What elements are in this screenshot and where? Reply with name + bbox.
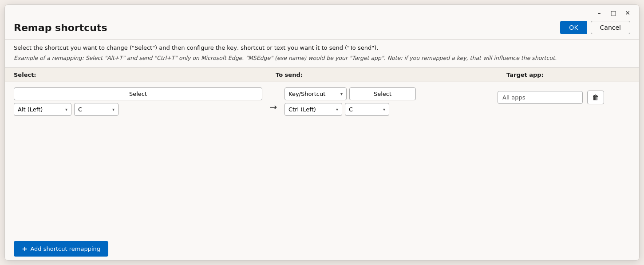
header-area: Remap shortcuts OK Cancel <box>5 21 639 40</box>
maximize-button[interactable]: □ <box>607 8 620 17</box>
window: – □ ✕ Remap shortcuts OK Cancel Select t… <box>4 4 640 261</box>
columns-header: Select: To send: Target app: <box>5 68 639 82</box>
arrow-icon: → <box>270 102 277 112</box>
col-header-to-send: To send: <box>276 71 506 78</box>
add-button-area: + Add shortcut remapping <box>5 237 639 260</box>
c-key-dropdown[interactable]: C ▾ <box>74 103 119 116</box>
select-to-send-button[interactable]: Select <box>349 87 416 100</box>
minimize-button[interactable]: – <box>593 8 605 17</box>
to-send-top: Key/Shortcut ▾ Select <box>284 87 498 100</box>
page-title: Remap shortcuts <box>14 22 107 33</box>
col-header-target-app: Target app: <box>506 71 630 78</box>
ctrl-left-value: Ctrl (Left) <box>288 106 316 113</box>
ctrl-left-dropdown[interactable]: Ctrl (Left) ▾ <box>284 103 342 116</box>
key-shortcut-value: Key/Shortcut <box>288 91 325 97</box>
plus-icon: + <box>22 245 28 253</box>
cancel-button[interactable]: Cancel <box>591 21 630 34</box>
mapping-grid: Select Alt (Left) ▾ C ▾ → <box>14 87 630 123</box>
c-key-value: C <box>78 106 82 113</box>
description-area: Select the shortcut you want to change (… <box>5 40 639 67</box>
close-button[interactable]: ✕ <box>621 8 634 17</box>
target-app-input[interactable] <box>498 91 583 104</box>
to-send-column: Key/Shortcut ▾ Select Ctrl (Left) ▾ C ▾ <box>284 87 498 116</box>
mapping-area: Select Alt (Left) ▾ C ▾ → <box>5 82 639 237</box>
add-shortcut-button[interactable]: + Add shortcut remapping <box>14 241 108 257</box>
trash-icon: 🗑 <box>592 93 599 102</box>
key-shortcut-chevron-icon: ▾ <box>340 91 343 96</box>
c-send-chevron-icon: ▾ <box>383 107 385 112</box>
to-send-bottom: Ctrl (Left) ▾ C ▾ <box>284 103 498 116</box>
alt-left-chevron-icon: ▾ <box>65 107 67 112</box>
col-header-select: Select: <box>14 71 276 78</box>
add-shortcut-label: Add shortcut remapping <box>30 245 100 252</box>
header-buttons: OK Cancel <box>560 21 630 34</box>
arrow-column: → <box>262 87 284 123</box>
alt-left-value: Alt (Left) <box>18 106 43 113</box>
c-send-value: C <box>349 106 353 113</box>
c-send-dropdown[interactable]: C ▾ <box>345 103 389 116</box>
ok-button[interactable]: OK <box>560 21 587 34</box>
delete-row-button[interactable]: 🗑 <box>587 91 604 104</box>
description-example: Example of a remapping: Select "Alt+T" a… <box>14 54 630 63</box>
description-main: Select the shortcut you want to change (… <box>14 44 630 52</box>
alt-left-dropdown[interactable]: Alt (Left) ▾ <box>14 103 71 116</box>
target-column: 🗑 <box>498 87 630 104</box>
select-dropdowns: Alt (Left) ▾ C ▾ <box>14 103 262 116</box>
select-shortcut-button[interactable]: Select <box>14 87 262 100</box>
c-key-chevron-icon: ▾ <box>112 107 115 112</box>
select-column: Select Alt (Left) ▾ C ▾ <box>14 87 262 116</box>
ctrl-left-chevron-icon: ▾ <box>336 107 338 112</box>
title-bar: – □ ✕ <box>5 5 639 21</box>
key-shortcut-dropdown[interactable]: Key/Shortcut ▾ <box>284 87 347 100</box>
